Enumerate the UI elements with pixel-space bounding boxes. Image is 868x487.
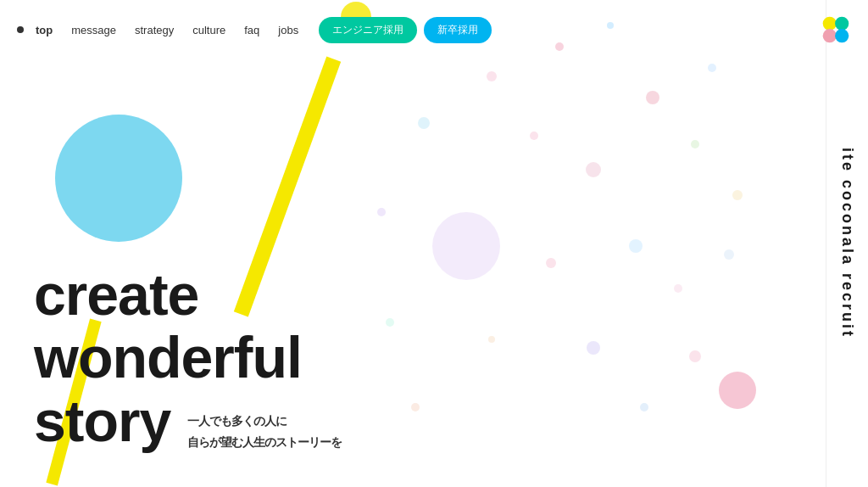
deco-dot xyxy=(377,208,386,216)
sidebar-label: ite coconala recruit xyxy=(838,148,856,339)
deco-dot xyxy=(487,71,497,81)
nav-link-jobs[interactable]: jobs xyxy=(278,24,298,36)
deco-dot xyxy=(530,132,538,140)
nav-dot xyxy=(17,26,24,33)
deco-dot xyxy=(418,117,430,129)
hero-sub: story 一人でも多くの人に 自らが望む人生のストーリーを xyxy=(34,389,342,453)
deco-dot xyxy=(629,239,643,253)
deco-dot xyxy=(719,372,756,409)
nav-link-top[interactable]: top xyxy=(36,24,53,36)
nav-buttons: エンジニア採用 新卒採用 xyxy=(319,17,492,43)
deco-dot xyxy=(689,350,701,362)
hero-line2: wonderful xyxy=(34,326,342,389)
hero-sub-text: 一人でも多くの人に 自らが望む人生のストーリーを xyxy=(187,411,342,453)
nav-link-message[interactable]: message xyxy=(71,24,116,36)
svg-point-1 xyxy=(835,17,849,31)
deco-dot xyxy=(724,249,734,260)
deco-dot xyxy=(587,341,600,355)
deco-dot xyxy=(432,212,500,280)
deco-dot xyxy=(640,403,648,411)
deco-dot xyxy=(546,258,556,268)
hero-subtext-line2: 自らが望む人生のストーリーを xyxy=(187,432,342,453)
svg-point-2 xyxy=(823,29,837,42)
btn-engineer[interactable]: エンジニア採用 xyxy=(319,17,417,43)
deco-dot xyxy=(411,403,420,411)
btn-newgrad[interactable]: 新卒採用 xyxy=(424,17,492,43)
deco-dot xyxy=(674,284,682,293)
deco-dot xyxy=(732,190,743,200)
svg-point-0 xyxy=(823,17,837,31)
nav-links: top message strategy culture faq jobs xyxy=(36,24,298,36)
nav-link-culture[interactable]: culture xyxy=(192,24,225,36)
deco-dot xyxy=(708,64,716,72)
deco-circle-blue xyxy=(55,115,182,242)
svg-point-3 xyxy=(835,29,849,42)
hero-line3: story xyxy=(34,389,170,453)
deco-dot xyxy=(586,162,601,177)
deco-dot xyxy=(386,318,394,327)
nav-link-strategy[interactable]: strategy xyxy=(135,24,174,36)
deco-dot xyxy=(691,140,699,148)
coconala-logo xyxy=(821,14,851,45)
deco-dot xyxy=(488,336,495,343)
sidebar-text: ite coconala recruit xyxy=(826,0,868,487)
navbar: top message strategy culture faq jobs エン… xyxy=(0,0,868,59)
hero-line1: create xyxy=(34,263,342,327)
nav-link-faq[interactable]: faq xyxy=(244,24,259,36)
hero-subtext-line1: 一人でも多くの人に xyxy=(187,411,342,432)
hero-main-text: create wonderful story 一人でも多くの人に 自らが望む人生… xyxy=(34,263,342,453)
deco-dot xyxy=(646,91,659,104)
hero-section: create wonderful story 一人でも多くの人に 自らが望む人生… xyxy=(34,263,342,453)
